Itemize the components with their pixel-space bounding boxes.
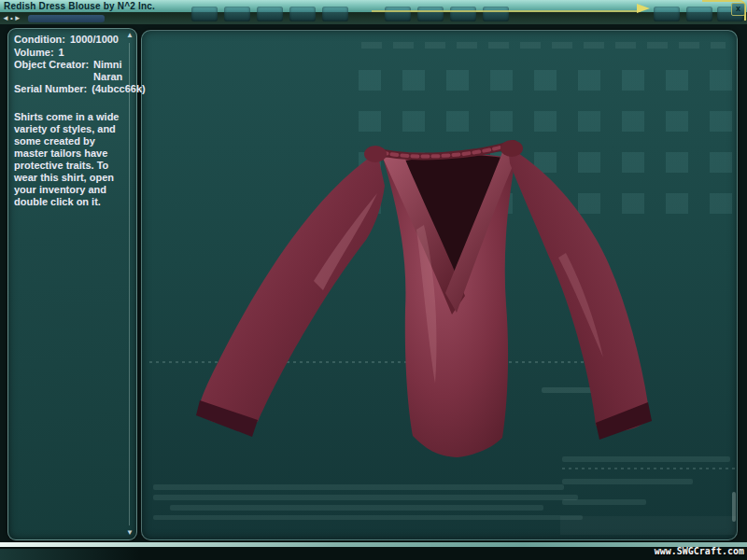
- attribute-label: Object Creator:: [14, 59, 89, 82]
- attribute-label: Serial Number:: [14, 83, 87, 95]
- attribute-row: Serial Number: (4ubcc66k): [14, 83, 124, 95]
- attribute-value: Nimni Naran: [93, 59, 124, 82]
- scrollbar-track[interactable]: [129, 43, 130, 525]
- window-title: Redish Dress Blouse by N^2 Inc.: [4, 0, 155, 12]
- ghost-background-text: [153, 515, 583, 520]
- toolbar-strip: [0, 12, 747, 24]
- ghost-background-text: [153, 484, 564, 490]
- bottom-glow-decoration: [0, 549, 140, 560]
- ghost-background-text: [361, 42, 726, 49]
- ghost-background-text: [562, 499, 646, 505]
- attribute-row: Volume: 1: [14, 47, 124, 59]
- ghost-background-text: [153, 495, 578, 500]
- item-3d-viewport[interactable]: [141, 30, 738, 540]
- attribute-row: Object Creator: Nimni Naran: [14, 59, 124, 82]
- ghost-background-text: [562, 479, 693, 484]
- ghost-background-text: [170, 505, 543, 511]
- drag-grip-bar[interactable]: [28, 15, 105, 22]
- page-control: ◄•►: [2, 13, 22, 23]
- attribute-label: Volume:: [14, 47, 54, 59]
- scroll-up-icon[interactable]: ▲: [125, 31, 134, 40]
- background-window-border: [372, 10, 641, 12]
- attribute-value: 1000/1000: [70, 34, 124, 46]
- attribute-label: Condition:: [14, 34, 65, 46]
- ghost-scrollbar: [732, 492, 736, 522]
- item-attributes: Condition: 1000/1000 Volume: 1 Object Cr…: [14, 34, 124, 96]
- ghost-button-band: [560, 516, 736, 535]
- scroll-down-icon[interactable]: ▼: [125, 528, 134, 538]
- ghost-divider: [562, 468, 735, 469]
- watermark-text: www.SWGCraft.com: [655, 546, 744, 556]
- item-description: Shirts come in a wide variety of styles,…: [14, 111, 124, 208]
- prev-arrow-icon[interactable]: ◄: [2, 14, 10, 22]
- close-button[interactable]: x: [731, 3, 745, 16]
- attribute-value: (4ubcc66k): [92, 83, 145, 95]
- attribute-row: Condition: 1000/1000: [14, 34, 124, 46]
- item-info-panel: Condition: 1000/1000 Volume: 1 Object Cr…: [7, 28, 137, 540]
- item-model-blouse[interactable]: [174, 113, 678, 468]
- attribute-value: 1: [59, 47, 124, 59]
- next-arrow-icon[interactable]: ►: [14, 14, 22, 22]
- arrow-right-icon: [637, 4, 650, 13]
